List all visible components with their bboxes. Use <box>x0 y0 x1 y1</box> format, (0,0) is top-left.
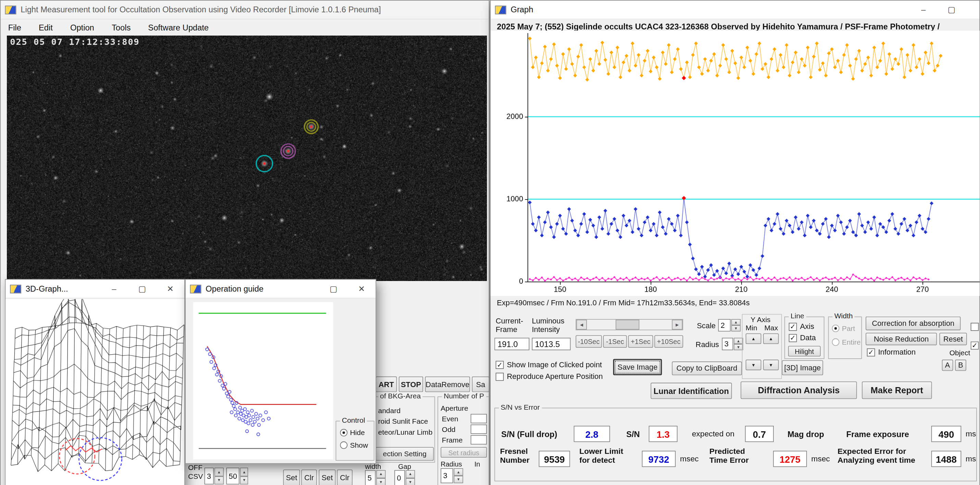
hilight-button[interactable]: Hilight <box>788 346 821 356</box>
detection-setting-button[interactable]: ection Setting <box>375 447 434 461</box>
3d-image-button[interactable]: [3D] Image <box>782 360 823 375</box>
3d-mesh-canvas[interactable] <box>5 299 185 485</box>
bkg-option-standard[interactable]: andard <box>378 407 401 414</box>
graph-radius-spinner-value[interactable]: 3 <box>722 338 733 350</box>
spin-up-icon[interactable]: ▲ <box>376 470 385 478</box>
plus-10sec-button[interactable]: +10Sec <box>654 335 683 347</box>
video-frame[interactable]: 025 05 07 17:12:33:809 <box>7 36 487 281</box>
part-radio[interactable]: Part <box>832 325 855 332</box>
spin-down-icon[interactable]: ▼ <box>240 476 248 485</box>
minimize-icon[interactable]: – <box>100 280 128 298</box>
maximize-icon[interactable]: ▢ <box>128 280 156 298</box>
starfield-canvas[interactable] <box>7 36 487 281</box>
scroll-left-icon[interactable]: ◄ <box>576 320 587 330</box>
spin-down-icon[interactable]: ▼ <box>376 478 385 485</box>
minus-1sec-button[interactable]: -1Sec <box>603 335 627 347</box>
bkg-option-asteroid-sunlit-face[interactable]: roid Sunlit Face <box>378 418 428 425</box>
current-frame-field[interactable]: 191.0 <box>495 338 530 350</box>
menu-option[interactable]: Option <box>70 23 94 32</box>
spin-up-icon[interactable]: ▲ <box>215 468 224 476</box>
object-b-button[interactable]: B <box>955 360 966 371</box>
width-spinner-value[interactable]: 5 <box>365 470 375 485</box>
scrollbar-track[interactable] <box>587 320 672 330</box>
spin-down-icon[interactable]: ▼ <box>215 476 224 485</box>
lunar-identification-button[interactable]: Lunar Identification <box>651 383 732 399</box>
close-icon[interactable]: ✕ <box>347 280 375 298</box>
gap-spinner-value[interactable]: 0 <box>395 470 405 485</box>
y-max-down-button[interactable]: ▼ <box>763 360 779 370</box>
spin-up-icon[interactable]: ▲ <box>406 470 415 478</box>
operation-guide-titlebar[interactable]: Operation guide ▢ ✕ <box>186 280 375 298</box>
object-a-button[interactable]: A <box>942 360 953 371</box>
width-spinner[interactable]: 5 ▲▼ <box>365 470 385 485</box>
aperture-even-field[interactable] <box>471 414 487 423</box>
scrollbar-thumb[interactable] <box>616 320 640 330</box>
clipped-checkbox-2[interactable]: ✓ <box>971 342 979 350</box>
spin-up-icon[interactable]: ▲ <box>454 468 463 476</box>
set-button-1[interactable]: Set <box>283 469 300 485</box>
bkg-option-meteor-lunar-limb[interactable]: eteor/Lunar Limb <box>378 428 433 436</box>
spin-down-icon[interactable]: ▼ <box>731 325 740 331</box>
show-image-checkbox[interactable]: ✓Show Image of Clicked point <box>495 360 602 369</box>
graph-window-titlebar[interactable]: Graph – ▢ <box>491 1 979 19</box>
spin-down-icon[interactable]: ▼ <box>406 478 415 485</box>
strip-spinner-2-value[interactable]: 50 <box>226 468 240 484</box>
make-report-button[interactable]: Make Report <box>862 381 932 399</box>
strip-spinner-1[interactable]: 3 ▲▼ <box>204 468 224 484</box>
reproduce-aperture-checkbox[interactable]: Reproduce Aperture Position <box>495 372 603 381</box>
stop-button[interactable]: STOP <box>399 377 423 392</box>
strip-spinner-2[interactable]: 50 ▲▼ <box>226 468 248 484</box>
expected-error-value[interactable]: 1488 <box>931 451 961 467</box>
hide-radio[interactable]: Hide <box>340 429 364 436</box>
main-window-titlebar[interactable]: Light Measurement tool for Occultation O… <box>1 1 489 19</box>
start-button[interactable]: ART <box>375 377 397 392</box>
graph-radius-spinner[interactable]: 3 ▲▼ <box>722 338 743 350</box>
correction-absorption-button[interactable]: Correction for absorption <box>865 317 961 330</box>
gap-spinner[interactable]: 0 ▲▼ <box>395 470 415 485</box>
menu-edit[interactable]: Edit <box>39 23 53 32</box>
menu-software-update[interactable]: Software Update <box>148 23 209 32</box>
luminous-intensity-field[interactable]: 1013.5 <box>532 338 571 350</box>
diffraction-analysis-button[interactable]: Diffraction Analysis <box>740 381 857 399</box>
sn-value[interactable]: 1.3 <box>649 426 678 442</box>
clr-button-2[interactable]: Clr <box>337 469 353 485</box>
aperture-odd-field[interactable] <box>471 425 487 434</box>
spin-down-icon[interactable]: ▼ <box>454 476 463 483</box>
spin-up-icon[interactable]: ▲ <box>731 319 740 325</box>
plus-1sec-button[interactable]: +1Sec <box>628 335 653 347</box>
clipped-checkbox-1[interactable] <box>971 323 979 331</box>
data-checkbox[interactable]: ✓Data <box>789 333 816 342</box>
y-min-down-button[interactable]: ▼ <box>746 360 761 370</box>
lower-limit-value[interactable]: 9732 <box>642 451 675 467</box>
scale-spinner[interactable]: 2 ▲▼ <box>718 319 741 331</box>
radius-spinner-value[interactable]: 3 <box>441 468 453 483</box>
close-icon[interactable]: ✕ <box>156 280 185 298</box>
light-curve-canvas[interactable] <box>491 30 980 296</box>
set-button-2[interactable]: Set <box>319 469 336 485</box>
save-image-button[interactable]: Save Image <box>613 359 662 375</box>
frame-exposure-value[interactable]: 490 <box>931 426 961 442</box>
aperture-odd-label[interactable]: Odd <box>442 426 456 433</box>
minimize-icon[interactable]: – <box>909 1 937 19</box>
noise-reduction-button[interactable]: Noise Reduction <box>865 333 937 345</box>
entire-radio[interactable]: Entire <box>832 339 861 346</box>
predicted-error-value[interactable]: 1275 <box>773 451 807 467</box>
strip-spinner-1-value[interactable]: 3 <box>204 468 213 484</box>
clr-button-1[interactable]: Clr <box>301 469 317 485</box>
information-checkbox[interactable]: ✓Information <box>867 348 916 357</box>
menu-file[interactable]: File <box>8 23 21 32</box>
maximize-icon[interactable]: ▢ <box>937 1 966 19</box>
menu-tools[interactable]: Tools <box>112 23 130 32</box>
frame-scrollbar[interactable]: ◄ ► <box>576 319 683 330</box>
show-radio[interactable]: Show <box>340 442 368 449</box>
spin-up-icon[interactable]: ▲ <box>240 468 248 476</box>
y-max-up-button[interactable]: ▲ <box>763 333 779 344</box>
axis-checkbox[interactable]: ✓Axis <box>789 322 814 331</box>
graph3d-titlebar[interactable]: 3D-Graph... – ▢ ✕ <box>5 280 185 298</box>
scroll-right-icon[interactable]: ► <box>672 320 682 330</box>
save-button-clipped[interactable]: Sa <box>472 377 489 392</box>
sn-full-drop-value[interactable]: 2.8 <box>574 426 610 442</box>
minus-10sec-button[interactable]: -10Sec <box>576 335 602 347</box>
copy-to-clipboard-button[interactable]: Copy to ClipBoard <box>672 361 742 375</box>
scale-spinner-value[interactable]: 2 <box>718 319 730 331</box>
